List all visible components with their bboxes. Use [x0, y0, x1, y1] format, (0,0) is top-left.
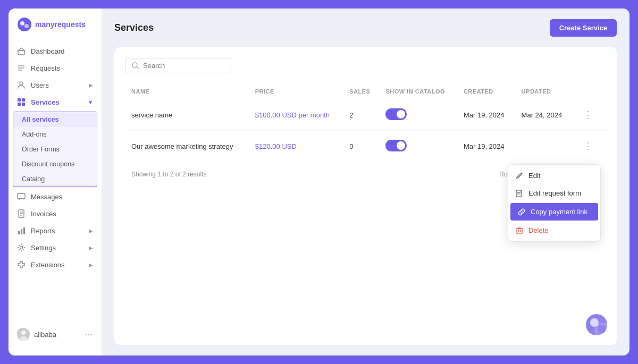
context-edit-request-form[interactable]: Edit request form	[508, 184, 600, 202]
col-price: PRICE	[249, 84, 343, 99]
toggle-switch[interactable]	[385, 108, 407, 120]
row1-catalog-toggle[interactable]	[379, 99, 457, 131]
chat-icon	[17, 192, 26, 201]
sidebar-item-invoices[interactable]: Invoices	[9, 205, 102, 222]
svg-rect-3	[18, 50, 24, 55]
link-icon	[518, 208, 525, 216]
submenu-catalog[interactable]: Catalog	[13, 172, 97, 187]
svg-point-36	[598, 325, 606, 333]
chevron-right2-icon: ▶	[89, 245, 93, 251]
sidebar-item-extensions[interactable]: Extensions ▶	[9, 256, 102, 273]
chevron-icon: ▶	[89, 82, 93, 88]
col-actions	[573, 84, 606, 99]
brand-name: manyrequests	[35, 20, 86, 29]
page-header: Services Create Service	[114, 19, 617, 37]
svg-rect-17	[18, 231, 20, 234]
logo-icon	[17, 17, 32, 32]
sidebar-item-users[interactable]: Users ▶	[9, 77, 102, 94]
row2-sales: 0	[343, 131, 379, 162]
puzzle-icon	[17, 260, 26, 269]
search-icon	[132, 62, 139, 69]
row2-created: Mar 19, 2024	[457, 131, 515, 162]
person-icon	[17, 81, 26, 89]
sidebar-item-settings[interactable]: Settings ▶	[9, 239, 102, 256]
user-profile[interactable]: alibaba ⋯	[9, 321, 102, 347]
user-more-button[interactable]: ⋯	[85, 329, 93, 340]
svg-rect-18	[21, 229, 22, 234]
svg-rect-8	[18, 98, 21, 101]
svg-point-35	[590, 318, 599, 327]
svg-point-22	[21, 331, 26, 335]
row2-more-button[interactable]: ⋮	[579, 138, 597, 154]
svg-point-7	[20, 82, 23, 85]
list-icon	[17, 64, 26, 72]
context-copy-payment-link[interactable]: Copy payment link	[510, 203, 598, 221]
chart-icon	[17, 226, 26, 235]
col-sales: SALES	[343, 84, 379, 99]
row1-created: Mar 19, 2024	[457, 99, 515, 131]
user-name: alibaba	[34, 331, 56, 338]
create-service-button[interactable]: Create Service	[550, 19, 617, 37]
submenu-add-ons[interactable]: Add-ons	[13, 127, 97, 142]
pencil-icon	[516, 172, 523, 180]
row1-price: $100.00 USD per month	[249, 99, 343, 131]
col-created: CREATED	[457, 84, 515, 99]
svg-rect-29	[517, 228, 522, 234]
svg-point-23	[20, 336, 27, 341]
svg-line-25	[137, 67, 139, 69]
row2-name: Our awesome marketing strategy	[125, 131, 249, 162]
avatar	[17, 328, 30, 341]
main-content: Services Create Service NAME PRICE SALES	[102, 9, 629, 355]
submenu-order-forms[interactable]: Order Forms	[13, 142, 97, 157]
table-row: Our awesome marketing strategy $120.00 U…	[125, 131, 606, 162]
sidebar-item-requests[interactable]: Requests	[9, 60, 102, 77]
grid-icon	[17, 98, 26, 106]
trash-icon	[516, 227, 523, 234]
col-name: NAME	[125, 84, 249, 99]
svg-point-24	[132, 63, 137, 67]
toggle-switch-2[interactable]	[385, 140, 407, 151]
context-menu: Edit Edit request form	[508, 164, 601, 242]
submenu-all-services[interactable]: All services	[13, 112, 97, 127]
edit-box-icon	[516, 190, 523, 197]
sidebar-item-services[interactable]: Services ▼	[9, 94, 102, 111]
row1-more-button[interactable]: ⋮	[579, 107, 597, 123]
bottom-brand-logo	[585, 313, 612, 341]
row1-sales: 2	[343, 99, 379, 131]
house-icon	[17, 47, 26, 55]
svg-rect-9	[22, 98, 25, 101]
row2-updated	[515, 131, 573, 162]
content-card: NAME PRICE SALES SHOW IN CATALOG CREATED…	[114, 47, 617, 345]
svg-rect-19	[23, 227, 25, 234]
search-input[interactable]	[143, 62, 224, 70]
submenu-discount-coupons[interactable]: Discount coupons	[13, 157, 97, 172]
row1-updated: Mar 24, 2024	[515, 99, 573, 131]
row1-actions: ⋮	[573, 99, 606, 131]
svg-point-0	[18, 18, 31, 31]
table-row: service name $100.00 USD per month 2 Mar…	[125, 99, 606, 131]
sidebar: manyrequests Dashboard Requests Users ▶ …	[9, 9, 102, 355]
sidebar-item-messages[interactable]: Messages	[9, 188, 102, 205]
gear-icon	[17, 243, 26, 252]
sidebar-item-reports[interactable]: Reports ▶	[9, 222, 102, 239]
svg-rect-12	[18, 193, 25, 199]
search-bar	[125, 58, 231, 73]
context-edit[interactable]: Edit	[508, 167, 600, 184]
row2-price: $120.00 USD	[249, 131, 343, 162]
chevron-down-icon: ▼	[88, 99, 93, 105]
context-delete[interactable]: Delete	[508, 222, 600, 239]
services-submenu: All services Add-ons Order Forms Discoun…	[13, 112, 97, 187]
chevron-right3-icon: ▶	[89, 262, 93, 268]
row2-actions: ⋮	[573, 131, 606, 162]
row1-name: service name	[125, 99, 249, 131]
svg-rect-11	[22, 103, 25, 106]
row2-catalog-toggle[interactable]	[379, 131, 457, 162]
file-icon	[17, 209, 26, 218]
svg-point-1	[20, 21, 24, 26]
sidebar-item-dashboard[interactable]: Dashboard	[9, 43, 102, 60]
col-updated: UPDATED	[515, 84, 573, 99]
brand-logo: manyrequests	[9, 17, 102, 43]
chevron-right-icon: ▶	[89, 228, 93, 234]
svg-rect-10	[18, 103, 21, 106]
svg-point-2	[24, 24, 29, 28]
